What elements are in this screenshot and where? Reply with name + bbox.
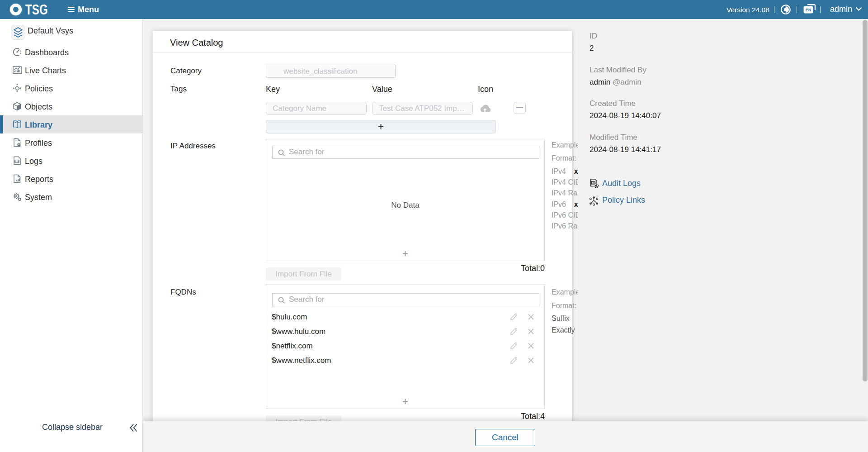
svg-text:LOG: LOG (592, 182, 596, 184)
svg-text:EN: EN (806, 8, 811, 12)
svg-text:LOG: LOG (15, 161, 20, 163)
